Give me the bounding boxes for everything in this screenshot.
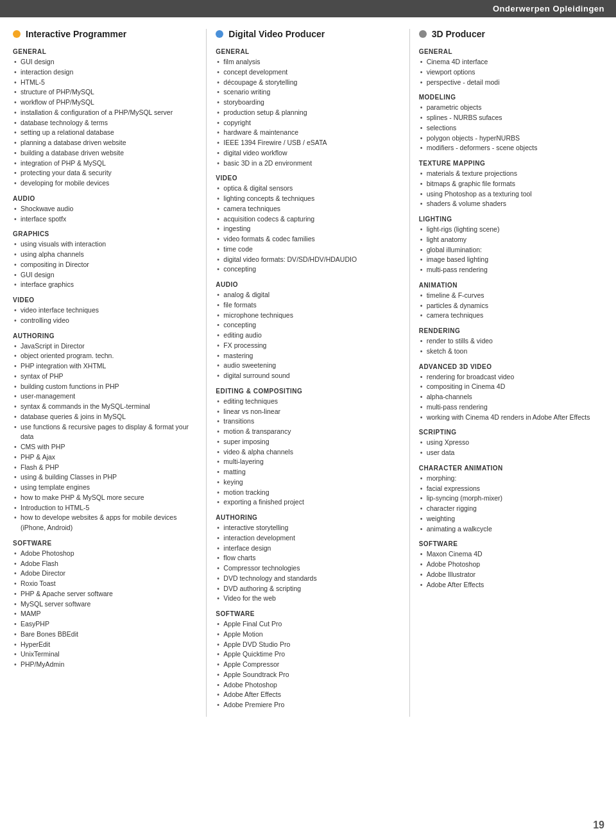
- list-item: editing techniques: [216, 397, 400, 407]
- list-item: time code: [216, 244, 400, 255]
- list-item: Maxon Cinema 4D: [419, 549, 603, 560]
- section-list-interactive-programmer-5: Adobe PhotoshopAdobe FlashAdobe Director…: [13, 549, 197, 670]
- section-list-interactive-programmer-1: Shockwave audiointerface spotfx: [13, 204, 197, 225]
- section-label-3d-producer-2: TEXTURE MAPPING: [419, 160, 603, 167]
- list-item: setting up a relational database: [13, 128, 197, 138]
- list-item: film analysis: [216, 57, 400, 67]
- list-item: rendering for broadcast video: [419, 372, 603, 382]
- section-digital-video-producer-5: SOFTWAREApple Final Cut ProApple MotionA…: [216, 610, 400, 710]
- list-item: acquisition codecs & capturing: [216, 214, 400, 225]
- list-item: linear vs non-linear: [216, 407, 400, 417]
- list-item: motion tracking: [216, 488, 400, 498]
- section-interactive-programmer-1: AUDIOShockwave audiointerface spotfx: [13, 195, 197, 225]
- section-digital-video-producer-2: AUDIOanalog & digitalfile formatsmicroph…: [216, 281, 400, 381]
- list-item: FX processing: [216, 341, 400, 351]
- list-item: Adobe Director: [13, 569, 197, 579]
- list-item: interface spotfx: [13, 214, 197, 225]
- section-interactive-programmer-5: SOFTWAREAdobe PhotoshopAdobe FlashAdobe …: [13, 540, 197, 670]
- list-item: MySQL server software: [13, 599, 197, 610]
- list-item: video formats & codec families: [216, 234, 400, 244]
- columns-wrapper: Interactive ProgrammerGENERALGUI designi…: [0, 17, 616, 728]
- list-item: global illumination:: [419, 245, 603, 255]
- list-item: HyperEdit: [13, 640, 197, 650]
- col-interactive-programmer: Interactive ProgrammerGENERALGUI designi…: [6, 29, 203, 717]
- list-item: character rigging: [419, 504, 603, 514]
- section-3d-producer-0: GENERALCinema 4D interfaceviewport optio…: [419, 48, 603, 87]
- list-item: viewport options: [419, 67, 603, 78]
- col-title-interactive-programmer: Interactive Programmer: [13, 29, 197, 39]
- section-list-3d-producer-9: Maxon Cinema 4DAdobe PhotoshopAdobe Illu…: [419, 549, 603, 590]
- list-item: database technology & terms: [13, 118, 197, 128]
- section-list-3d-producer-8: morphing:facial expressionslip-syncing (…: [419, 474, 603, 535]
- list-item: Bare Bones BBEdit: [13, 630, 197, 640]
- section-label-3d-producer-3: LIGHTING: [419, 216, 603, 223]
- list-item: weighting: [419, 514, 603, 524]
- list-item: selections: [419, 123, 603, 133]
- list-item: matting: [216, 467, 400, 477]
- section-list-3d-producer-5: render to stills & videosketch & toon: [419, 336, 603, 357]
- section-3d-producer-1: MODELINGparametric objectssplines - NURB…: [419, 94, 603, 153]
- list-item: hardware & maintenance: [216, 128, 400, 138]
- list-item: planning a database driven website: [13, 138, 197, 148]
- section-3d-producer-2: TEXTURE MAPPINGmaterials & texture proje…: [419, 160, 603, 209]
- list-item: Video for the web: [216, 594, 400, 604]
- section-label-digital-video-producer-4: AUTHORING: [216, 514, 400, 521]
- list-item: multi-pass rendering: [419, 265, 603, 275]
- list-item: copyright: [216, 118, 400, 128]
- list-item: basic 3D in a 2D environment: [216, 159, 400, 169]
- list-item: perspective - detail modi: [419, 78, 603, 88]
- list-item: using & building Classes in PHP: [13, 472, 197, 483]
- dot-blue: [216, 30, 223, 38]
- list-item: building a database driven website: [13, 148, 197, 159]
- section-label-interactive-programmer-5: SOFTWARE: [13, 540, 197, 547]
- list-item: sketch & toon: [419, 347, 603, 357]
- list-item: audio sweetening: [216, 361, 400, 371]
- list-item: particles & dynamics: [419, 301, 603, 311]
- header-title: Onderwerpen Opleidingen: [493, 4, 604, 13]
- list-item: controlling video: [13, 316, 197, 326]
- list-item: interactive storytelling: [216, 523, 400, 533]
- section-list-digital-video-producer-5: Apple Final Cut ProApple MotionApple DVD…: [216, 619, 400, 710]
- list-item: video & alpha channels: [216, 447, 400, 458]
- list-item: facial expressions: [419, 484, 603, 494]
- list-item: using Xpresso: [419, 438, 603, 448]
- list-item: installation & configuration of a PHP/My…: [13, 108, 197, 118]
- section-label-interactive-programmer-3: VIDEO: [13, 296, 197, 304]
- header: Onderwerpen Opleidingen: [0, 0, 616, 17]
- col-divider-2: [409, 29, 410, 717]
- list-item: lip-syncing (morph-mixer): [419, 493, 603, 504]
- list-item: polygon objects - hyperNURBS: [419, 133, 603, 144]
- section-list-3d-producer-7: using Xpressouser data: [419, 438, 603, 458]
- list-item: Compressor technologies: [216, 563, 400, 574]
- list-item: Apple Motion: [216, 630, 400, 640]
- list-item: morphing:: [419, 474, 603, 484]
- section-list-digital-video-producer-1: optica & digital sensorslighting concept…: [216, 184, 400, 275]
- list-item: Apple DVD Studio Pro: [216, 640, 400, 650]
- list-item: production setup & planning: [216, 108, 400, 118]
- list-item: how to make PHP & MySQL more secure: [13, 493, 197, 503]
- section-label-digital-video-producer-0: GENERAL: [216, 48, 400, 55]
- section-label-interactive-programmer-1: AUDIO: [13, 195, 197, 202]
- list-item: UnixTerminal: [13, 649, 197, 660]
- list-item: keying: [216, 477, 400, 488]
- col-3d-producer: 3D ProducerGENERALCinema 4D interfacevie…: [413, 29, 610, 717]
- list-item: modifiers - deformers - scene objects: [419, 143, 603, 153]
- list-item: interaction development: [216, 533, 400, 544]
- dot-gray: [419, 30, 427, 38]
- section-list-3d-producer-4: timeline & F-curvesparticles & dynamicsc…: [419, 291, 603, 321]
- list-item: concept development: [216, 67, 400, 78]
- list-item: ingesting: [216, 224, 400, 234]
- list-item: Apple Final Cut Pro: [216, 619, 400, 630]
- col-title-text-3d-producer: 3D Producer: [432, 29, 485, 39]
- list-item: PHP & Apache server software: [13, 589, 197, 599]
- section-list-3d-producer-3: light-rigs (lighting scene)light anatomy…: [419, 225, 603, 275]
- list-item: user data: [419, 448, 603, 458]
- list-item: lighting concepts & techniques: [216, 194, 400, 204]
- list-item: IEEE 1394 Firewire / USB / eSATA: [216, 138, 400, 148]
- list-item: Adobe Photoshop: [13, 549, 197, 559]
- list-item: building custom functions in PHP: [13, 382, 197, 392]
- list-item: CMS with PHP: [13, 442, 197, 452]
- section-3d-producer-6: ADVANCED 3D VIDEOrendering for broadcast…: [419, 363, 603, 423]
- list-item: materials & texture projections: [419, 169, 603, 179]
- list-item: PHP integration with XHTML: [13, 361, 197, 372]
